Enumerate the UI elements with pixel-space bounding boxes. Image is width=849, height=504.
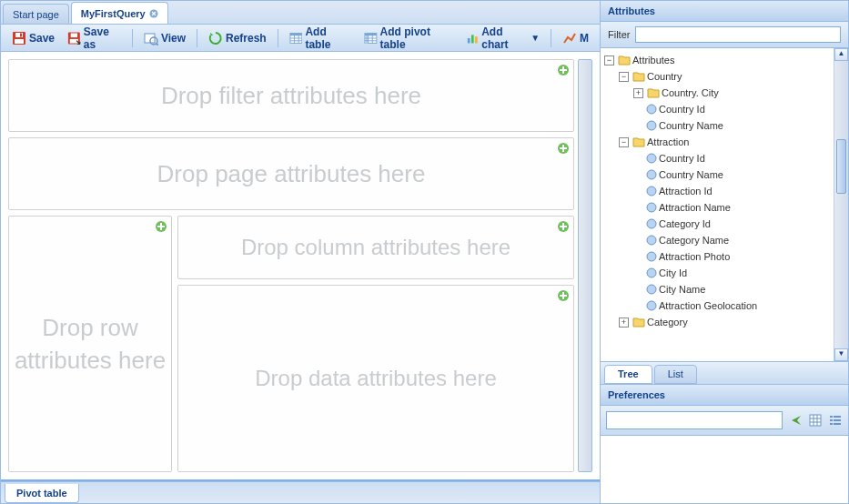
filter-row: Filter <box>601 22 848 48</box>
tree-node-attraction-item[interactable]: Attraction Name <box>602 199 846 216</box>
node-label: Category Id <box>659 218 711 229</box>
add-icon[interactable] <box>557 289 570 302</box>
node-label: Category Name <box>659 235 729 246</box>
svg-point-40 <box>647 252 656 261</box>
node-label: Attraction Photo <box>659 251 730 262</box>
tab-myfirstquery[interactable]: MyFirstQuery <box>71 2 168 24</box>
svg-rect-19 <box>365 33 377 35</box>
svg-rect-25 <box>471 35 474 43</box>
tab-label: List <box>668 368 683 379</box>
collapse-icon[interactable]: − <box>604 55 614 66</box>
view-button[interactable]: View <box>138 28 191 48</box>
tree-node-country-city[interactable]: + Country. City <box>602 85 846 101</box>
drop-row-zone[interactable]: Drop row attributes here <box>8 216 172 472</box>
save-button[interactable]: Save <box>6 28 60 48</box>
save-as-button[interactable]: Save as <box>62 23 126 54</box>
tree-node-attraction-item[interactable]: Category Id <box>602 216 846 232</box>
drop-placeholder: Drop filter attributes here <box>161 79 421 112</box>
node-label: Attraction Name <box>659 202 731 213</box>
attribute-icon <box>646 186 657 197</box>
refresh-button[interactable]: Refresh <box>203 28 272 48</box>
scroll-thumb[interactable] <box>836 139 846 194</box>
tab-pivot-table[interactable]: Pivot table <box>5 484 79 503</box>
drop-data-zone[interactable]: Drop data attributes here <box>177 285 574 472</box>
more-button[interactable]: M <box>557 28 594 48</box>
attribute-icon <box>646 218 657 229</box>
tree-node-category[interactable]: + Category <box>602 314 846 330</box>
dropdown-icon[interactable]: ▼ <box>531 33 540 43</box>
svg-rect-12 <box>290 33 302 35</box>
tree-node-country-name[interactable]: Country Name <box>602 117 846 134</box>
tree-node-root[interactable]: − Attributes <box>602 52 846 68</box>
apply-icon[interactable] <box>788 413 803 428</box>
canvas-scrollbar[interactable] <box>578 59 592 472</box>
attribute-icon <box>646 202 657 213</box>
drop-column-zone[interactable]: Drop column attributes here <box>177 216 574 279</box>
node-label: Attraction Id <box>659 186 713 197</box>
drop-placeholder: Drop data attributes here <box>255 363 497 394</box>
tree-scrollbar[interactable]: ▲ ▼ <box>834 48 848 361</box>
tree-node-attraction-item[interactable]: City Name <box>602 281 846 297</box>
collapse-icon[interactable]: − <box>619 137 629 147</box>
tab-start-page[interactable]: Start page <box>3 4 69 24</box>
separator <box>551 29 551 47</box>
collapse-icon[interactable]: − <box>619 72 629 82</box>
tree-node-attraction-item[interactable]: Attraction Id <box>602 183 846 199</box>
tab-tree-view[interactable]: Tree <box>604 365 652 384</box>
pivot-table-icon <box>364 31 378 45</box>
designer-canvas: Drop filter attributes here Drop page at… <box>1 52 600 481</box>
tree-node-attraction-item[interactable]: City Id <box>602 265 846 281</box>
drop-placeholder: Drop column attributes here <box>241 232 510 263</box>
svg-point-32 <box>647 105 656 114</box>
node-label: Country Name <box>659 120 723 131</box>
svg-rect-49 <box>830 416 833 418</box>
tree-node-attraction[interactable]: − Attraction <box>602 134 846 150</box>
attribute-icon <box>646 267 657 278</box>
tree-node-attraction-item[interactable]: Attraction Geolocation <box>602 297 846 314</box>
tree-node-attraction-item[interactable]: Country Name <box>602 166 846 183</box>
expand-icon[interactable]: + <box>619 318 629 328</box>
svg-point-39 <box>647 236 656 245</box>
node-label: Country <box>647 71 682 82</box>
tab-label: Tree <box>618 368 639 379</box>
svg-rect-53 <box>830 423 833 425</box>
attribute-icon <box>646 169 657 180</box>
add-icon[interactable] <box>557 142 570 155</box>
grid-icon[interactable] <box>808 413 823 428</box>
scroll-down-icon[interactable]: ▼ <box>834 348 848 361</box>
close-icon[interactable] <box>149 9 158 18</box>
scroll-up-icon[interactable]: ▲ <box>834 48 848 61</box>
table-icon <box>289 31 303 45</box>
add-icon[interactable] <box>155 220 167 233</box>
tree-node-attraction-item[interactable]: Country Id <box>602 150 846 166</box>
tree-node-country-id[interactable]: Country Id <box>602 101 846 117</box>
separator <box>197 29 197 47</box>
node-label: Country Id <box>659 104 705 115</box>
chart-icon <box>466 31 480 45</box>
preferences-body <box>601 436 848 503</box>
lower-row: Drop row attributes here Drop column att… <box>8 216 574 472</box>
drop-page-zone[interactable]: Drop page attributes here <box>8 137 574 210</box>
tree-node-attraction-item[interactable]: Attraction Photo <box>602 248 846 265</box>
panel-title: Preferences <box>608 389 665 400</box>
add-pivot-button[interactable]: Add pivot table <box>359 23 459 54</box>
drop-filter-zone[interactable]: Drop filter attributes here <box>8 59 574 132</box>
expand-icon[interactable]: + <box>633 88 643 98</box>
add-chart-button[interactable]: Add chart ▼ <box>460 23 545 54</box>
tab-list-view[interactable]: List <box>654 365 697 384</box>
tree-node-attraction-item[interactable]: Category Name <box>602 232 846 248</box>
attribute-icon <box>646 284 657 295</box>
attribute-icon <box>646 153 657 164</box>
attribute-icon <box>646 120 657 131</box>
preferences-input[interactable] <box>606 411 783 429</box>
add-icon[interactable] <box>557 220 570 233</box>
add-icon[interactable] <box>557 64 570 76</box>
add-table-button[interactable]: Add table <box>284 23 357 54</box>
list-icon[interactable] <box>828 413 843 428</box>
svg-rect-44 <box>810 415 821 426</box>
filter-input[interactable] <box>635 26 841 43</box>
more-icon <box>562 31 577 45</box>
node-label: Country Name <box>659 169 723 180</box>
folder-icon <box>632 136 645 147</box>
tree-node-country[interactable]: − Country <box>602 68 846 85</box>
